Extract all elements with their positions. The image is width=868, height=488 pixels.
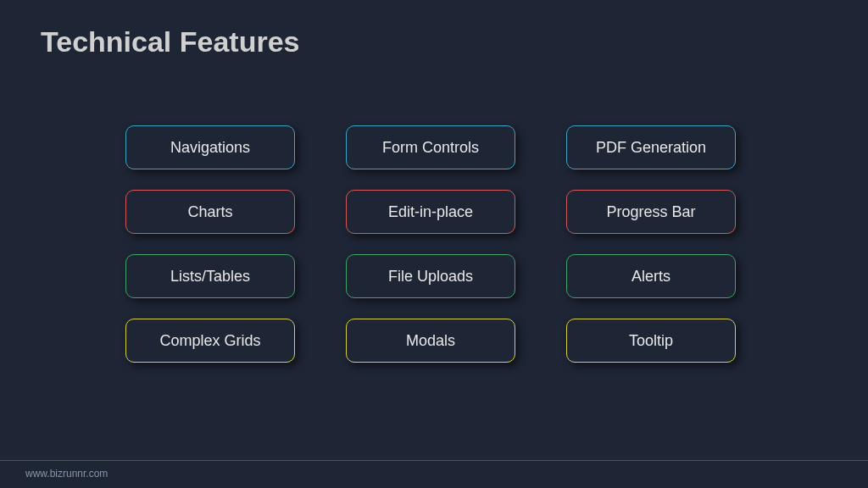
feature-edit-in-place: Edit-in-place — [346, 190, 515, 234]
feature-charts: Charts — [125, 190, 295, 234]
feature-file-uploads: File Uploads — [346, 254, 515, 298]
slide-title: Technical Features — [0, 0, 868, 58]
feature-form-controls: Form Controls — [346, 125, 515, 169]
feature-navigations: Navigations — [125, 125, 295, 169]
feature-lists-tables: Lists/Tables — [125, 254, 295, 298]
feature-complex-grids: Complex Grids — [125, 319, 295, 363]
footer-url: www.bizrunnr.com — [0, 460, 868, 488]
feature-modals: Modals — [346, 319, 515, 363]
feature-pdf-generation: PDF Generation — [566, 125, 736, 169]
feature-alerts: Alerts — [566, 254, 736, 298]
feature-tooltip: Tooltip — [566, 319, 736, 363]
feature-progress-bar: Progress Bar — [566, 190, 736, 234]
features-grid: Navigations Form Controls PDF Generation… — [125, 125, 736, 363]
